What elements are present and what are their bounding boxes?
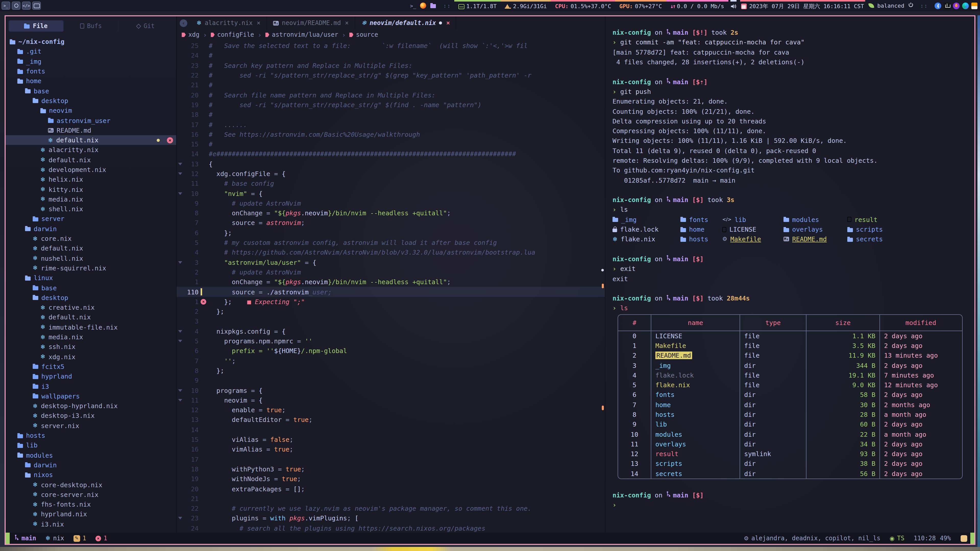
terminal-glyph-icon[interactable]: >_	[410, 3, 416, 8]
tree-item[interactable]: ❄core-server.nix	[6, 489, 176, 499]
docs-tray-icon[interactable]	[971, 2, 977, 9]
firefox-icon[interactable]	[420, 3, 426, 9]
close-tab-icon[interactable]: ×	[257, 19, 260, 27]
code-line[interactable]: 4 # https://github.com/AstroNvim/AstroNv…	[177, 248, 605, 257]
folder-purple-icon[interactable]	[431, 4, 436, 8]
breadcrumb-item[interactable]: source	[349, 31, 378, 38]
code-line[interactable]: 18#	[177, 110, 605, 120]
tree-item[interactable]: home	[6, 76, 176, 86]
tree-item[interactable]: ❄creative.nix	[6, 303, 176, 313]
code-line[interactable]: 1 onChange = "${pkgs.neovim}/bin/nvim --…	[177, 277, 605, 287]
code-line[interactable]: 24#	[177, 51, 605, 61]
code-line[interactable]: 21	[177, 494, 605, 503]
editor-tab[interactable]: ❄neovim/default.nix×	[355, 16, 457, 30]
power-icon[interactable]	[908, 2, 914, 9]
neotree-tab-file[interactable]: File	[9, 21, 64, 32]
code-line[interactable]: 11 neovim = {	[177, 395, 605, 405]
tree-item[interactable]: ❄default.nix	[6, 155, 176, 165]
code-line[interactable]: 5 # my cusotom astronvim config, astronv…	[177, 238, 605, 248]
code-line[interactable]: 14#e####################################…	[177, 149, 605, 159]
code-line[interactable]: 20 extraPackages = [];	[177, 484, 605, 494]
tree-item[interactable]: hosts	[6, 430, 176, 441]
code-line[interactable]: 16# See https://astronvim.com/Basic%20Us…	[177, 129, 605, 139]
tree-item[interactable]: linux	[6, 273, 176, 283]
code-line[interactable]: 12 enable = true;	[177, 405, 605, 415]
code-line[interactable]: 110 source = ./astronvim_user;	[177, 287, 605, 297]
tree-item[interactable]: base	[6, 86, 176, 96]
tree-item[interactable]: ❄media.nix	[6, 332, 176, 342]
code-line[interactable]: 24 # search all the plugins using https:…	[177, 523, 605, 533]
tree-item[interactable]: ❄ssh.nix	[6, 342, 176, 352]
tree-item[interactable]: nixos	[6, 470, 176, 480]
tree-item[interactable]: ❄helix.nix	[6, 175, 176, 184]
volume-icon[interactable]	[730, 0, 737, 11]
code-line[interactable]: 11 # base config	[177, 179, 605, 189]
code-line[interactable]: 2 };	[177, 306, 605, 317]
tree-item[interactable]: ❄desktop-hyprland.nix	[6, 401, 176, 411]
tree-item[interactable]: modules	[6, 450, 176, 460]
code-line[interactable]: 10 "nvim" = {	[177, 189, 605, 198]
tree-item[interactable]: ❄media.nix	[6, 194, 176, 204]
tree-item[interactable]: desktop	[6, 96, 176, 106]
terminal-launcher-icon[interactable]: >_	[2, 2, 10, 10]
code-line[interactable]: 7 '';	[177, 356, 605, 366]
close-file-icon[interactable]: ×	[167, 137, 173, 143]
tree-item[interactable]: ❄fhs-fonts.nix	[6, 499, 176, 510]
code-line[interactable]: 15#	[177, 139, 605, 149]
tree-item[interactable]: ❄alacritty.nix	[6, 145, 176, 155]
code-line[interactable]: 10 programs = {	[177, 386, 605, 395]
bluetooth-tray-icon[interactable]	[935, 2, 941, 9]
tree-item[interactable]: darwin	[6, 224, 176, 233]
code-line[interactable]: 3	[177, 317, 605, 327]
code-line[interactable]: 13{	[177, 159, 605, 169]
code-line[interactable]: 18 withPython3 = true;	[177, 464, 605, 474]
tree-item[interactable]: server	[6, 214, 176, 224]
monitor-launcher-icon[interactable]	[32, 2, 41, 10]
tree-item[interactable]: ❄immutable-file.nix	[6, 322, 176, 332]
tree-item[interactable]: ❄kitty.nix	[6, 184, 176, 194]
landrop-tray-icon[interactable]	[944, 2, 950, 9]
power-profile[interactable]: balanced	[877, 2, 904, 9]
tree-item[interactable]: ❄shell.nix	[6, 204, 176, 214]
editor-pane[interactable]: ‹ ❄alacritty.nix×M↓neovim/README.md×❄neo…	[177, 16, 605, 533]
breadcrumb-item[interactable]: configFile	[210, 31, 254, 38]
code-line[interactable]: 8 onChange = "${pkgs.neovim}/bin/nvim --…	[177, 208, 605, 218]
tree-item[interactable]: ❄core.nix	[6, 233, 176, 244]
tree-item[interactable]: ~/nix-config	[6, 37, 176, 47]
editor-tab[interactable]: ❄alacritty.nix×	[190, 16, 267, 30]
code-launcher-icon[interactable]: </>	[22, 2, 30, 10]
tree-item[interactable]: ❄nushell.nix	[6, 253, 176, 263]
close-tab-icon[interactable]: ×	[345, 19, 348, 27]
code-line[interactable]: 5 programs.npm.npmrc = ''	[177, 336, 605, 346]
code-line[interactable]: 13 defaultEditor = true;	[177, 415, 605, 425]
code-line[interactable]: 8 };	[177, 366, 605, 376]
flame-tray-icon[interactable]	[953, 2, 959, 9]
code-line[interactable]: 14	[177, 425, 605, 435]
tree-item[interactable]: ❄default.nix	[6, 313, 176, 322]
tree-item[interactable]: ❄rime-squirrel.nix	[6, 263, 176, 273]
code-line[interactable]: 3 "astronvim/lua/user" = {	[177, 257, 605, 267]
tree-item[interactable]: ❄default.nix	[6, 243, 176, 253]
code-line[interactable]: 2 # update AstroNvim	[177, 267, 605, 277]
code-line[interactable]: 19# sed -ri "s/pattern_str/replace_str/g…	[177, 100, 605, 110]
code-line[interactable]: 15 viAlias = false;	[177, 435, 605, 445]
tree-item[interactable]: base	[6, 283, 176, 293]
code-line[interactable]: 20# Search file name pattern and Replace…	[177, 90, 605, 100]
tree-item[interactable]: _img	[6, 56, 176, 66]
code-line[interactable]: 9 # update AstroNvim	[177, 198, 605, 208]
code-line[interactable]: 22# sed -ri "s/pattern_str/replace_str/g…	[177, 70, 605, 80]
code-line[interactable]: 16 vimAlias = true;	[177, 445, 605, 454]
breadcrumb-item[interactable]: astronvim/lua/user	[265, 31, 338, 38]
code-line[interactable]: 17# ......	[177, 120, 605, 130]
code-line[interactable]: 23# Search key pattern and Replace in Mu…	[177, 60, 605, 70]
tree-item[interactable]: fcitx5	[6, 362, 176, 372]
code-line[interactable]: 19 withNodeJs = true;	[177, 474, 605, 484]
close-tab-icon[interactable]: ×	[446, 19, 450, 27]
tree-item[interactable]: ❄development.nix	[6, 165, 176, 175]
code-line[interactable]: 9	[177, 375, 605, 386]
tree-item[interactable]: neovim	[6, 106, 176, 116]
tree-item[interactable]: ❄server.nix	[6, 421, 176, 430]
tree-item[interactable]: astronvim_user	[6, 116, 176, 125]
code-line[interactable]: 17	[177, 454, 605, 464]
tree-item[interactable]: hyprland	[6, 372, 176, 381]
